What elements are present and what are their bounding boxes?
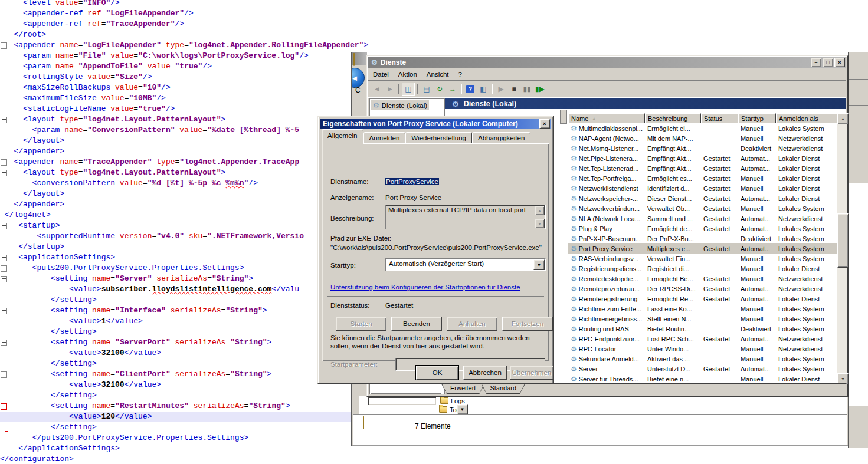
- ok-button[interactable]: OK: [416, 366, 458, 380]
- column-header-status[interactable]: Status: [701, 113, 738, 123]
- tab-abhangigkeiten[interactable]: Abhängigkeiten: [472, 132, 530, 144]
- refresh-icon[interactable]: ↻: [434, 83, 446, 95]
- restart-service-icon[interactable]: ▮▶: [534, 83, 546, 95]
- fold-marker[interactable]: [1, 403, 7, 410]
- close-button[interactable]: ×: [539, 119, 550, 129]
- combo-button[interactable]: ▼: [533, 259, 545, 270]
- table-row[interactable]: ⚙Server für Threads...Bietet eine n...Ma…: [568, 374, 837, 384]
- service-gear-icon: ⚙: [571, 225, 577, 232]
- pause-service-icon[interactable]: ▮▮: [521, 83, 533, 95]
- back-button[interactable]: ◄: [351, 68, 365, 88]
- properties-icon[interactable]: ▤: [421, 83, 433, 95]
- table-row[interactable]: ⚙Remoteprozedurau...Der RPCSS-Di...Gesta…: [568, 284, 837, 294]
- tree-item-dienste-lokal[interactable]: ⚙ Dienste (Lokal): [371, 100, 429, 110]
- scroll-up-button[interactable]: ▲: [837, 113, 849, 124]
- filename-field[interactable]: [368, 397, 437, 406]
- service-name: NAP-Agent (Netwo...: [579, 135, 639, 142]
- fold-marker[interactable]: [1, 159, 7, 166]
- startup-type-combo[interactable]: Automatisch (Verzögerter Start) ▼: [385, 258, 546, 271]
- fold-marker[interactable]: [1, 276, 7, 282]
- fold-marker[interactable]: [1, 371, 7, 378]
- fold-marker[interactable]: [1, 223, 7, 229]
- table-row[interactable]: ⚙NAP-Agent (Netwo...Mit dem NAP-...Manue…: [568, 133, 837, 143]
- table-row[interactable]: ⚙PnP-X-IP-Busenum...Der PnP-X-Bu...Deakt…: [568, 233, 837, 243]
- fold-marker[interactable]: [1, 308, 7, 314]
- show-console-tree-icon[interactable]: ◫: [402, 83, 415, 96]
- minimize-button[interactable]: −: [811, 58, 821, 67]
- table-row[interactable]: ⚙NLA (Network Loca...Sammelt und ...Gest…: [568, 213, 837, 223]
- vertical-scrollbar[interactable]: ▲ ▼: [837, 113, 847, 383]
- help-icon[interactable]: ?: [464, 83, 476, 95]
- fold-marker[interactable]: [1, 255, 7, 261]
- fold-marker[interactable]: [1, 42, 7, 49]
- forward-icon[interactable]: ►: [384, 83, 396, 95]
- scrollbar-thumb[interactable]: [837, 213, 849, 268]
- startup-options-help-link[interactable]: Unterstützung beim Konfigurieren der Sta…: [330, 284, 520, 291]
- arrow-down-icon: ▼: [841, 377, 845, 381]
- tree-item-label: Dienste (Lokal): [382, 102, 427, 109]
- table-row[interactable]: ⚙Net.Tcp-Portfreiga...Ermöglicht es...Ge…: [568, 173, 837, 183]
- table-row[interactable]: ⚙RPC-LocatorUnter Windo...ManuellNetzwer…: [568, 344, 837, 354]
- table-row[interactable]: ⚙Richtlinienergebniss...Stellt einen N..…: [568, 314, 837, 324]
- maximize-button[interactable]: □: [823, 58, 833, 67]
- table-row[interactable]: ⚙Netzwerkverbindun...Verwaltet Ob...Gest…: [568, 203, 837, 213]
- description-scroll-down[interactable]: ▼: [535, 219, 545, 228]
- table-row[interactable]: ⚙Plug & PlayErmöglicht de...GestartetAut…: [568, 223, 837, 233]
- dialog-titlebar[interactable]: Eigenschaften von Port Proxy Service (Lo…: [320, 119, 551, 129]
- tab-wiederherstellung[interactable]: Wiederherstellung: [405, 132, 472, 144]
- back-icon[interactable]: ◄: [371, 83, 383, 95]
- service-name-cell: ⚙Netzwerkverbindun...: [568, 205, 645, 212]
- table-row[interactable]: ⚙Port Proxy ServiceMultiplexes e...Gesta…: [568, 243, 837, 254]
- menu-item-ansicht[interactable]: Ansicht: [422, 70, 454, 79]
- table-row[interactable]: ⚙RPC-Endpunktzuor...Löst RPC-Sch...Gesta…: [568, 334, 837, 344]
- table-row[interactable]: ⚙Net.Msmq-Listener...Empfängt Akt...Deak…: [568, 143, 837, 153]
- table-row[interactable]: ⚙Multimediaklassenpl...Ermöglicht ei...M…: [568, 123, 837, 133]
- table-row[interactable]: ⚙Routing und RASBietet Routin...Deaktivi…: [568, 324, 837, 334]
- code-line: <appender name="LogFileAppender" type="l…: [0, 40, 352, 51]
- table-row[interactable]: ⚙Richtlinie zum Entfe...Lässt eine Ko...…: [568, 304, 837, 314]
- mini-scrollbar[interactable]: [560, 110, 567, 124]
- extended-view-icon[interactable]: ◧: [477, 83, 489, 95]
- table-row[interactable]: ⚙Registrierungsdiens...Registriert di...…: [568, 264, 837, 274]
- tab-allgemein[interactable]: Allgemein: [322, 129, 363, 144]
- fold-marker[interactable]: [1, 340, 7, 346]
- code-line: <value>32100</value>: [0, 380, 352, 390]
- view-tab-erweitert[interactable]: Erweitert: [441, 384, 484, 394]
- column-header-name[interactable]: Name▲: [568, 113, 645, 123]
- abbrechen-button[interactable]: Abbrechen: [463, 366, 507, 380]
- fold-marker[interactable]: [1, 117, 7, 123]
- description-cell: Empfängt Akt...: [645, 155, 701, 162]
- table-row[interactable]: ⚙Net.Pipe-Listenera...Empfängt Akt...Ges…: [568, 153, 837, 163]
- menu-item-aktion[interactable]: Aktion: [394, 70, 422, 79]
- table-row[interactable]: ⚙Netzwerkspeicher-...Dieser Dienst...Ges…: [568, 193, 837, 203]
- service-name-value[interactable]: PortProxyService: [385, 178, 439, 185]
- tab-anmelden[interactable]: Anmelden: [363, 132, 406, 144]
- export-list-icon[interactable]: →: [447, 83, 458, 95]
- table-row[interactable]: ⚙RemoteregistrierungErmöglicht Re...Gest…: [568, 294, 837, 304]
- menu-item-?[interactable]: ?: [454, 70, 467, 79]
- column-header-anmelden-als[interactable]: Anmelden als: [776, 113, 837, 123]
- service-name-cell: ⚙NAP-Agent (Netwo...: [568, 135, 645, 142]
- combo-dropdown-button[interactable]: ▼: [457, 404, 468, 414]
- table-row[interactable]: ⚙Net.Tcp-Listenerad...Empfängt Akt...Ges…: [568, 163, 837, 173]
- beenden-button[interactable]: Beenden: [391, 317, 442, 331]
- fold-marker[interactable]: [1, 265, 7, 272]
- table-row[interactable]: ⚙Remotedesktopdie...Ermöglicht Be...Gest…: [568, 274, 837, 284]
- menu-item-datei[interactable]: Datei: [368, 70, 394, 79]
- description-box[interactable]: Multiplexes external TCP/IP data on loca…: [385, 205, 546, 229]
- table-row[interactable]: ⚙RAS-Verbindungsv...Verwaltet Ein...Manu…: [568, 254, 837, 264]
- folder-row[interactable]: Logs: [440, 396, 471, 405]
- view-tab-standard[interactable]: Standard: [481, 384, 525, 394]
- close-button[interactable]: ×: [834, 58, 845, 67]
- description-scroll-up[interactable]: ▲: [535, 206, 545, 215]
- start-service-icon[interactable]: ▶: [495, 83, 507, 95]
- services-titlebar[interactable]: ⚙ Dienste −□×: [368, 57, 846, 68]
- column-header-beschreibung[interactable]: Beschreibung: [645, 113, 701, 123]
- table-row[interactable]: ⚙NetzwerklistendienstIdentifiziert d...G…: [568, 183, 837, 193]
- fold-marker[interactable]: [1, 170, 7, 176]
- service-gear-icon: ⚙: [571, 255, 577, 262]
- column-header-starttyp[interactable]: Starttyp: [738, 113, 776, 123]
- table-row[interactable]: ⚙Sekundäre Anmeld...Aktiviert das ...Man…: [568, 354, 837, 364]
- table-row[interactable]: ⚙ServerUnterstützt D...GestartetAutomat.…: [568, 364, 837, 374]
- stop-service-icon[interactable]: ■: [508, 83, 520, 95]
